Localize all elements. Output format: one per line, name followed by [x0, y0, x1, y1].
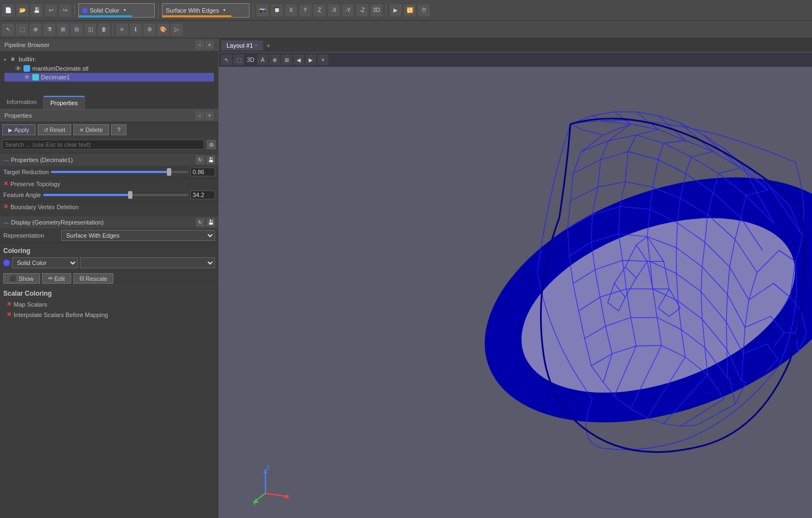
display-save-btn[interactable]: 💾: [206, 218, 215, 227]
color-mode-select[interactable]: [80, 257, 215, 268]
solid-color-dropdown[interactable]: Solid Color ▾: [78, 3, 155, 18]
edit-button[interactable]: ✏ Edit: [42, 273, 71, 284]
boundary-vertex-label[interactable]: Boundary Vertex Deletion: [10, 204, 79, 210]
apply-button[interactable]: ▶ Apply: [2, 124, 36, 135]
builtin-icon: 🖥: [9, 55, 16, 63]
tab-information[interactable]: Information: [0, 96, 44, 109]
search-input[interactable]: [2, 140, 204, 149]
decimate-refresh-btn[interactable]: ↻: [196, 156, 205, 164]
sep5: [113, 23, 113, 36]
render-icon[interactable]: 🔲: [271, 4, 283, 16]
target-reduction-thumb[interactable]: [167, 168, 171, 176]
representation-select[interactable]: Surface With Edges: [61, 230, 215, 241]
second-toolbar: ↖ ⬚ ⊕ ⚗ ⊞ ⊟ ◫ 🗑 ≡ ℹ ⚙ 🎨 ▷: [0, 21, 812, 38]
save-icon[interactable]: 💾: [31, 4, 43, 16]
representation-row: Representation Surface With Edges: [0, 228, 218, 243]
pipeline-browser-close[interactable]: ×: [205, 41, 214, 49]
animation-panel-icon[interactable]: ▷: [171, 24, 183, 36]
solid-color-progress-fill: [79, 15, 132, 17]
decimate-section-header[interactable]: — Properties (Decimate1) ↻ 💾: [0, 154, 218, 166]
open-icon[interactable]: 📂: [16, 4, 28, 16]
solid-color-select[interactable]: Solid Color: [12, 257, 78, 268]
viewport[interactable]: ↖ ⬚ 3D A ⊕ ⊞ ◀ ▶ ×: [219, 53, 812, 518]
vp-next-icon[interactable]: ▶: [305, 54, 316, 65]
extract-icon[interactable]: ⊞: [57, 24, 69, 36]
pipeline-browser-icon[interactable]: ≡: [116, 24, 128, 36]
vp-zoom-icon[interactable]: ⊕: [269, 54, 280, 65]
map-scalars-label[interactable]: Map Scalars: [14, 301, 47, 308]
delete-button[interactable]: ✕ Delete: [73, 124, 109, 135]
ungroup-icon[interactable]: ◫: [84, 24, 96, 36]
properties-close[interactable]: ×: [205, 111, 214, 120]
new-icon[interactable]: 📄: [2, 4, 14, 16]
pipeline-browser-minimize[interactable]: −: [195, 41, 204, 49]
camera-icon[interactable]: 📷: [257, 4, 269, 16]
feature-angle-thumb[interactable]: [128, 191, 132, 199]
filter-icon[interactable]: ⚗: [43, 24, 55, 36]
decimate-save-btn[interactable]: 💾: [206, 156, 215, 164]
tree-item-decimate[interactable]: 👁 Decimate1: [4, 73, 214, 82]
orient-z-icon[interactable]: Z: [314, 4, 326, 16]
viewport-tab-layout1[interactable]: Layout #1 ×: [221, 41, 263, 50]
info-panel-icon[interactable]: ℹ: [130, 24, 142, 36]
feature-angle-slider[interactable]: [43, 194, 189, 196]
boundary-vertex-check: ✕: [3, 203, 8, 210]
target-reduction-input[interactable]: 0.86: [190, 168, 215, 176]
reset-icon: ↺: [44, 127, 48, 133]
undo-icon[interactable]: ↩: [45, 4, 57, 16]
vp-close-icon[interactable]: ×: [317, 54, 328, 65]
orient-y-icon[interactable]: Y: [299, 4, 311, 16]
tab-properties[interactable]: Properties: [44, 96, 85, 109]
properties-content: — Properties (Decimate1) ↻ 💾 Target Redu…: [0, 152, 218, 518]
source-icon[interactable]: ⊕: [30, 24, 42, 36]
feature-angle-row: Feature Angle 34.2: [0, 189, 218, 202]
preserve-topology-label[interactable]: Preserve Topology: [10, 181, 60, 187]
interpolate-scalars-check: ✕: [7, 311, 11, 318]
edit-icon: ✏: [48, 275, 53, 282]
tree-item-builtin: ▸ 🖥 builtin:: [4, 54, 214, 64]
decimate-section: — Properties (Decimate1) ↻ 💾 Target Redu…: [0, 152, 218, 214]
viewport-tab-add[interactable]: +: [263, 41, 274, 50]
layout-tab-close[interactable]: ×: [254, 43, 257, 48]
display-section-header[interactable]: — Display (GeometryRepresentation) ↻ 💾: [0, 216, 218, 228]
interpolate-scalars-label[interactable]: Interpolate Scalars Before Mapping: [14, 312, 108, 318]
vp-interact-icon[interactable]: ↖: [221, 54, 232, 65]
sep1: [74, 4, 75, 17]
pipeline-browser: Pipeline Browser − × ▸ 🖥 builtin: 👁 man: [0, 38, 218, 96]
collapse-icon: —: [3, 157, 9, 163]
orient-nx-icon[interactable]: -X: [328, 4, 340, 16]
help-button[interactable]: ?: [111, 124, 126, 135]
vp-prev-icon[interactable]: ◀: [293, 54, 304, 65]
properties-minimize[interactable]: −: [195, 111, 204, 120]
color-panel-icon[interactable]: 🎨: [157, 24, 169, 36]
vp-toggle-icon[interactable]: ⬚: [233, 54, 244, 65]
interact-icon[interactable]: ↖: [2, 24, 14, 36]
tree-item-mesh-file[interactable]: 👁 mantiumDecimate.stl: [4, 64, 214, 73]
show-button[interactable]: ⬛ Show: [3, 273, 40, 284]
vp-a-icon[interactable]: A: [257, 54, 268, 65]
viewport-toolbar: ↖ ⬚ 3D A ⊕ ⊞ ◀ ▶ ×: [219, 53, 812, 67]
search-settings-icon[interactable]: ⚙: [206, 140, 216, 149]
play-icon[interactable]: ▶: [390, 4, 402, 16]
rescale-button[interactable]: ⊟ Rescale: [73, 273, 114, 284]
orient-ny-icon[interactable]: -Y: [342, 4, 354, 16]
vp-fit-icon[interactable]: ⊞: [281, 54, 292, 65]
surface-with-edges-dropdown[interactable]: Surface With Edges ▾: [162, 3, 250, 18]
color-actions: ⬛ Show ✏ Edit ⊟ Rescale: [0, 272, 218, 285]
select-icon[interactable]: ⬚: [16, 24, 28, 36]
group-icon[interactable]: ⊟: [71, 24, 83, 36]
delete-filter-icon[interactable]: 🗑: [98, 24, 110, 36]
settings-panel-icon[interactable]: ⚙: [143, 24, 155, 36]
redo-icon[interactable]: ↪: [59, 4, 71, 16]
loop-icon[interactable]: 🔁: [404, 4, 416, 16]
display-refresh-btn[interactable]: ↻: [196, 218, 205, 227]
rescale-icon: ⊟: [79, 275, 84, 282]
time-icon[interactable]: ⏱: [418, 4, 430, 16]
orient-3d-icon[interactable]: 3D: [370, 4, 382, 16]
reset-button[interactable]: ↺ Reset: [38, 124, 72, 135]
orient-x-icon[interactable]: X: [285, 4, 297, 16]
coloring-title: Coloring: [3, 245, 215, 256]
target-reduction-slider[interactable]: [51, 171, 188, 173]
feature-angle-input[interactable]: 34.2: [190, 191, 215, 199]
orient-nz-icon[interactable]: -Z: [356, 4, 368, 16]
